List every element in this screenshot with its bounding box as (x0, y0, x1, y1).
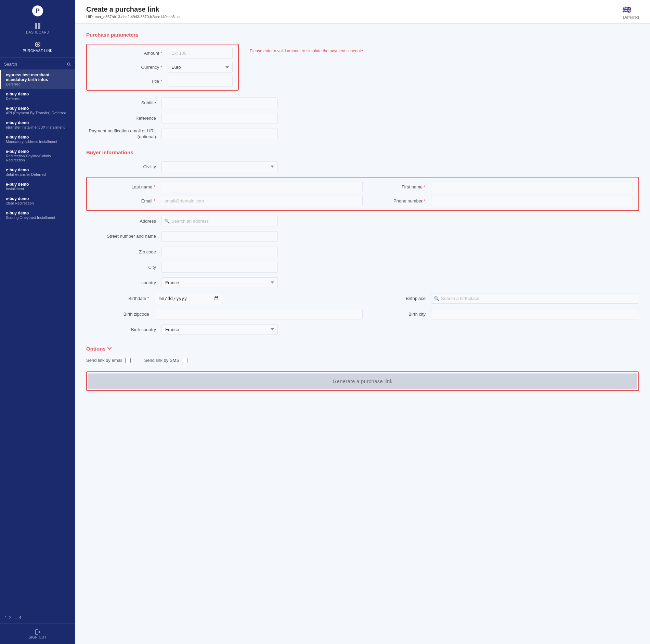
country-select[interactable]: France Germany Spain Italy (161, 277, 278, 288)
options-checkboxes: Send link by email Send link by SMS (86, 358, 639, 363)
merchant-sub: Deferred (6, 96, 70, 101)
birth-zipcode-label: Birth zipcode (86, 312, 155, 317)
birth-row: Birthdate * Birthplace 🔍 (86, 293, 639, 304)
page-4[interactable]: 4 (19, 615, 21, 620)
flag-icon: 🇬🇧 (623, 5, 639, 14)
sidebar-merchant-item[interactable]: e-buy demo API (Payment By Transfer) Def… (0, 103, 75, 118)
sidebar-merchant-item[interactable]: e-buy demo Installment (0, 179, 75, 194)
zip-input[interactable] (161, 247, 278, 257)
address-input[interactable] (161, 216, 278, 226)
email-input[interactable] (161, 196, 363, 206)
street-input[interactable] (161, 231, 278, 242)
address-row: Address 🔍 (86, 216, 639, 226)
signout-label: SIGN OUT (29, 635, 47, 639)
birth-country-label: Birth country (86, 327, 161, 332)
birthdate-input[interactable] (155, 293, 223, 304)
title-row: Title * (92, 76, 233, 87)
send-email-item: Send link by email (86, 358, 131, 363)
merchant-sub: Redirection Payline/Cofidis Redirection (6, 154, 70, 162)
birthplace-input[interactable] (431, 293, 639, 304)
birth-city-input[interactable] (431, 309, 639, 319)
sidebar-search-input[interactable] (4, 62, 67, 67)
birthdate-col: Birthdate * (86, 293, 363, 304)
page-title: Create a purchase link (86, 5, 180, 13)
options-title: Options (86, 346, 106, 352)
firstname-col: First name * (363, 182, 633, 192)
purchase-params-box: Amount * Currency * Euro USD GBP (86, 44, 239, 91)
email-phone-row: Email * Phone number * (92, 196, 633, 206)
options-toggle[interactable]: Options (86, 346, 112, 352)
lastname-input[interactable] (161, 182, 363, 192)
currency-select[interactable]: Euro USD GBP (168, 62, 233, 73)
generate-purchase-link-button[interactable]: Generate a purchase link (88, 373, 637, 389)
sidebar-logo: P (0, 0, 75, 19)
uid-row: UID: mer_d857bb13-ebc2-4943-8870-b2ace14… (86, 15, 180, 19)
street-row: Street number and name (86, 231, 639, 242)
birth-zipcode-input[interactable] (155, 309, 363, 319)
send-sms-checkbox[interactable] (182, 358, 187, 363)
sidebar-merchant-item[interactable]: e-buy demo Mandatory address Installment (0, 132, 75, 146)
title-input[interactable] (168, 76, 233, 87)
copy-icon[interactable]: ⧉ (177, 15, 180, 19)
country-label: country (86, 280, 161, 285)
send-sms-label: Send link by SMS (144, 358, 180, 363)
subtitle-label: Subtitle (86, 100, 161, 105)
street-label: Street number and name (86, 234, 161, 239)
sidebar-merchant-item[interactable]: e-buy demo Redirection Payline/Cofidis R… (0, 146, 75, 165)
signout-button[interactable]: SIGN OUT (0, 623, 75, 644)
page-1[interactable]: 1 (5, 615, 7, 620)
svg-rect-2 (35, 26, 37, 29)
dashboard-label: DASHBOARD (26, 30, 49, 34)
grid-icon (34, 23, 41, 29)
merchant-sub: debit-etransfer Deferred (6, 172, 70, 176)
merchant-sub: API (Payment By Transfer) Deferred (6, 111, 70, 115)
subtitle-row: Subtitle (86, 97, 639, 108)
reference-row: Reference (86, 113, 639, 123)
merchant-name: e-buy demo (6, 182, 70, 187)
purchase-link-label: PURCHASE LINK (23, 49, 52, 53)
city-input[interactable] (161, 262, 278, 273)
sidebar-item-purchase-link[interactable]: PURCHASE LINK (0, 38, 75, 56)
city-row: City (86, 262, 639, 273)
civility-row: Civility Mr Mrs (86, 161, 639, 172)
birthplace-search-wrap: 🔍 (431, 293, 639, 304)
logo-icon: P (32, 5, 43, 16)
sidebar-merchant-item[interactable]: e-buy demo ideal Redirection (0, 194, 75, 208)
zip-label: Zip code (86, 249, 161, 254)
page-2[interactable]: 2 (9, 615, 12, 620)
payment-notif-input[interactable] (161, 129, 278, 139)
buyer-section: Buyer informations Civility Mr Mrs Last … (86, 149, 639, 335)
payment-notif-row: Payment notification email or URL (optio… (86, 128, 639, 140)
lastname-label: Last name * (92, 184, 161, 189)
merchant-sub: etransfer installment 3X Installment (6, 125, 70, 129)
sidebar-item-dashboard[interactable]: DASHBOARD (0, 19, 75, 38)
firstname-input[interactable] (431, 182, 633, 192)
birth-zipcode-col: Birth zipcode (86, 309, 363, 319)
sidebar-merchant-item[interactable]: e-buy demo debit-etransfer Deferred (0, 165, 75, 179)
sidebar-merchant-item[interactable]: e-buy demo Scoring Oneytrust Installment (0, 208, 75, 222)
birthplace-label: Birthplace (363, 296, 431, 301)
lastname-col: Last name * (92, 182, 363, 192)
merchant-name: e-buy demo (6, 92, 70, 96)
sidebar-merchant-item[interactable]: e-buy demo etransfer installment 3X Inst… (0, 118, 75, 132)
birthplace-col: Birthplace 🔍 (363, 293, 639, 304)
svg-rect-0 (35, 23, 37, 26)
sidebar-merchant-item[interactable]: e-buy demo Deferred (0, 89, 75, 103)
reference-label: Reference (86, 116, 161, 121)
reference-input[interactable] (161, 113, 278, 123)
merchant-sub: Scoring Oneytrust Installment (6, 215, 70, 220)
send-email-checkbox[interactable] (125, 358, 131, 363)
amount-input[interactable] (168, 48, 233, 58)
sidebar-pagination: 1 2 ... 4 (0, 612, 75, 623)
name-email-box: Last name * First name * Email * (86, 177, 639, 211)
birth-country-select[interactable]: France Germany Spain (161, 324, 278, 335)
amount-hint: Please enter a valid amount to simulate … (250, 49, 639, 53)
sidebar-merchant-list: cypress test merchant mandatory birth in… (0, 70, 75, 612)
sidebar-merchant-item[interactable]: cypress test merchant mandatory birth in… (0, 70, 75, 89)
phone-input[interactable] (431, 196, 633, 206)
subtitle-input[interactable] (161, 97, 278, 108)
city-label: City (86, 265, 161, 270)
civility-select[interactable]: Mr Mrs (161, 161, 278, 172)
birth-city-label: Birth city (363, 312, 431, 317)
currency-row: Currency * Euro USD GBP (92, 62, 233, 73)
